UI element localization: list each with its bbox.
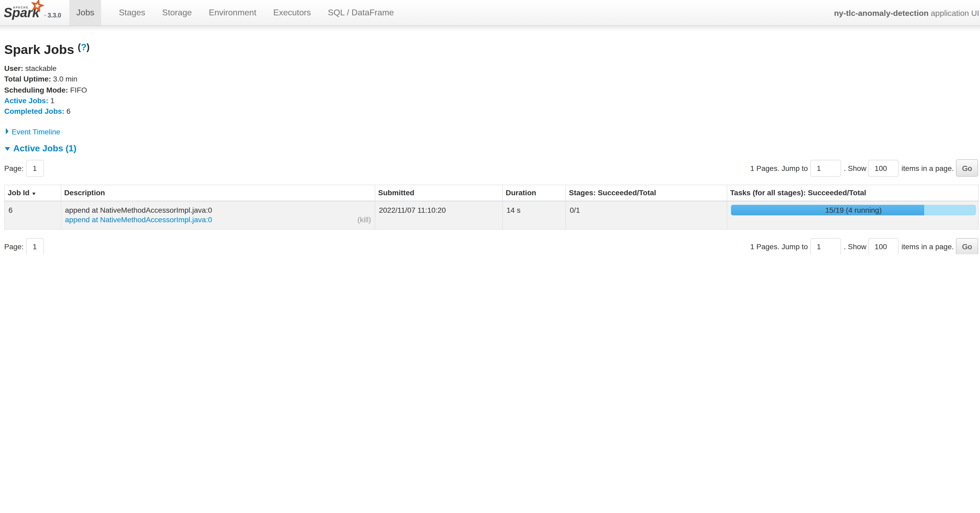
- svg-text:TM: TM: [43, 14, 46, 16]
